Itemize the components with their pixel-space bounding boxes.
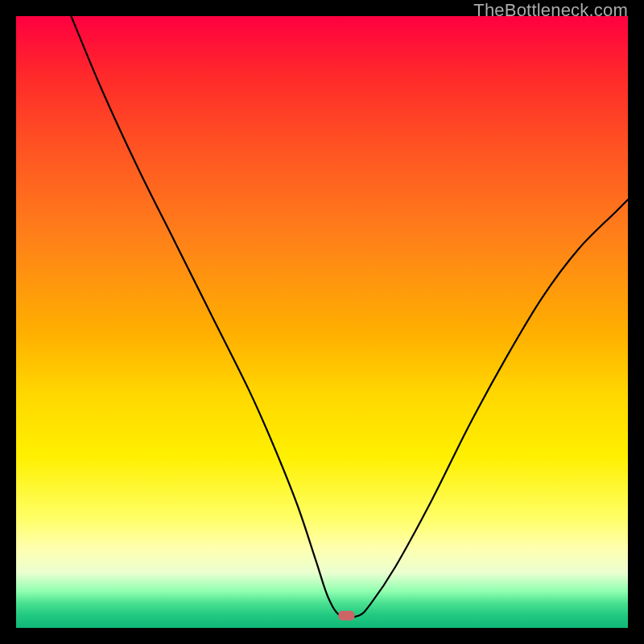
watermark-text: TheBottleneck.com [473,0,628,21]
plot-area [16,16,628,628]
chart-frame: TheBottleneck.com [0,0,644,644]
minimum-marker [338,611,354,621]
bottleneck-curve [16,16,628,628]
